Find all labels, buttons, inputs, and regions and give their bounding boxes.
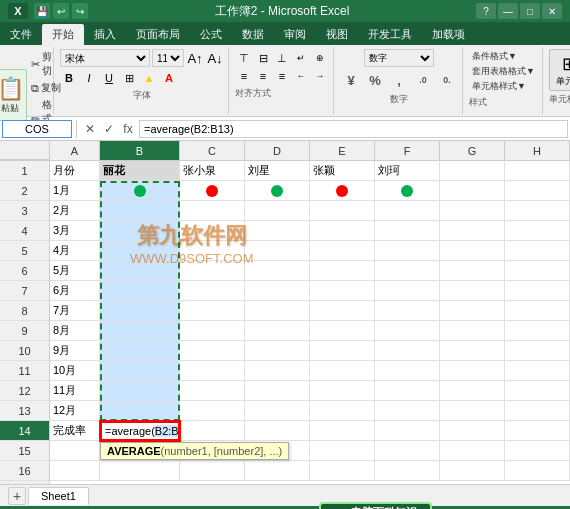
cell-h13[interactable] <box>505 401 570 421</box>
cell-f4[interactable] <box>375 221 440 241</box>
paste-button[interactable]: 📋 粘贴 <box>0 69 27 121</box>
font-size-select[interactable]: 11 <box>152 49 184 67</box>
cell-g4[interactable] <box>440 221 505 241</box>
row-header-8[interactable]: 8 <box>0 301 49 321</box>
row-header-14[interactable]: 14 <box>0 421 49 441</box>
cell-d14[interactable] <box>245 421 310 441</box>
cell-d2[interactable] <box>245 181 310 201</box>
cell-c6[interactable] <box>180 261 245 281</box>
cell-d12[interactable] <box>245 381 310 401</box>
cell-a4[interactable]: 3月 <box>50 221 100 241</box>
indent-decrease-btn[interactable]: ← <box>292 67 310 85</box>
align-top-btn[interactable]: ⊤ <box>235 49 253 67</box>
cell-d7[interactable] <box>245 281 310 301</box>
cell-c11[interactable] <box>180 361 245 381</box>
minimize-btn[interactable]: — <box>498 3 518 19</box>
italic-button[interactable]: I <box>80 69 98 87</box>
sheet-tab-1[interactable]: Sheet1 <box>28 487 89 505</box>
formula-input[interactable] <box>139 120 568 138</box>
cell-b11[interactable] <box>100 361 180 381</box>
cell-f8[interactable] <box>375 301 440 321</box>
col-header-a[interactable]: A <box>50 141 100 160</box>
col-header-b[interactable]: B <box>100 141 180 160</box>
indent-increase-btn[interactable]: → <box>311 67 329 85</box>
decimal-increase-btn[interactable]: .0 <box>412 69 434 91</box>
cell-a10[interactable]: 9月 <box>50 341 100 361</box>
cell-b9[interactable] <box>100 321 180 341</box>
restore-btn[interactable]: □ <box>520 3 540 19</box>
percent-btn[interactable]: % <box>364 69 386 91</box>
cell-h5[interactable] <box>505 241 570 261</box>
cell-f5[interactable] <box>375 241 440 261</box>
cell-c3[interactable] <box>180 201 245 221</box>
cell-b8[interactable] <box>100 301 180 321</box>
number-format-select[interactable]: 数字 <box>364 49 434 67</box>
comma-btn[interactable]: , <box>388 69 410 91</box>
tab-insert[interactable]: 插入 <box>84 24 126 45</box>
col-header-c[interactable]: C <box>180 141 245 160</box>
cell-b12[interactable] <box>100 381 180 401</box>
cell-c1[interactable]: 张小泉 <box>180 161 245 181</box>
cell-g15[interactable] <box>440 441 505 461</box>
cell-a14[interactable]: 完成率 <box>50 421 100 441</box>
cell-b6[interactable] <box>100 261 180 281</box>
cell-b4[interactable] <box>100 221 180 241</box>
row-header-10[interactable]: 10 <box>0 341 49 361</box>
cell-h12[interactable] <box>505 381 570 401</box>
cell-g11[interactable] <box>440 361 505 381</box>
cell-d6[interactable] <box>245 261 310 281</box>
cell-b14[interactable]: =average(B2:B13) <box>100 421 180 441</box>
cell-c13[interactable] <box>180 401 245 421</box>
row-header-9[interactable]: 9 <box>0 321 49 341</box>
fill-color-button[interactable]: ▲ <box>140 69 158 87</box>
col-header-f[interactable]: F <box>375 141 440 160</box>
cell-f13[interactable] <box>375 401 440 421</box>
cell-d11[interactable] <box>245 361 310 381</box>
cell-a13[interactable]: 12月 <box>50 401 100 421</box>
cell-e8[interactable] <box>310 301 375 321</box>
col-header-h[interactable]: H <box>505 141 570 160</box>
formula-insert-fn-btn[interactable]: fx <box>119 120 137 138</box>
cell-b3[interactable] <box>100 201 180 221</box>
underline-button[interactable]: U <box>100 69 118 87</box>
cell-c10[interactable] <box>180 341 245 361</box>
tab-review[interactable]: 审阅 <box>274 24 316 45</box>
cell-c5[interactable] <box>180 241 245 261</box>
cell-b1[interactable]: 丽花 <box>100 161 180 181</box>
bold-button[interactable]: B <box>60 69 78 87</box>
corner-cell[interactable] <box>0 141 50 160</box>
cell-f11[interactable] <box>375 361 440 381</box>
align-right-btn[interactable]: ≡ <box>273 67 291 85</box>
cell-g1[interactable] <box>440 161 505 181</box>
redo-icon[interactable]: ↪ <box>72 3 88 19</box>
tab-developer[interactable]: 开发工具 <box>358 24 422 45</box>
cell-f16[interactable] <box>375 461 440 481</box>
cell-b2[interactable] <box>100 181 180 201</box>
undo-icon[interactable]: ↩ <box>53 3 69 19</box>
cell-h7[interactable] <box>505 281 570 301</box>
col-header-g[interactable]: G <box>440 141 505 160</box>
cell-e10[interactable] <box>310 341 375 361</box>
cell-g6[interactable] <box>440 261 505 281</box>
decrease-font-btn[interactable]: A↓ <box>206 49 224 67</box>
tab-addins[interactable]: 加载项 <box>422 24 475 45</box>
cell-e13[interactable] <box>310 401 375 421</box>
row-header-16[interactable]: 16 <box>0 461 49 481</box>
row-header-12[interactable]: 12 <box>0 381 49 401</box>
cell-c2[interactable] <box>180 181 245 201</box>
cell-c14[interactable] <box>180 421 245 441</box>
cell-f6[interactable] <box>375 261 440 281</box>
align-left-btn[interactable]: ≡ <box>235 67 253 85</box>
insert-cells-btn[interactable]: ⊞ 单元格 <box>549 49 570 91</box>
cell-g7[interactable] <box>440 281 505 301</box>
cell-a6[interactable]: 5月 <box>50 261 100 281</box>
row-header-7[interactable]: 7 <box>0 281 49 301</box>
cell-a12[interactable]: 11月 <box>50 381 100 401</box>
cell-g13[interactable] <box>440 401 505 421</box>
cell-b7[interactable] <box>100 281 180 301</box>
cell-a15[interactable] <box>50 441 100 461</box>
align-bottom-btn[interactable]: ⊥ <box>273 49 291 67</box>
save-icon[interactable]: 💾 <box>34 3 50 19</box>
cell-f12[interactable] <box>375 381 440 401</box>
cell-a1[interactable]: 月份 <box>50 161 100 181</box>
